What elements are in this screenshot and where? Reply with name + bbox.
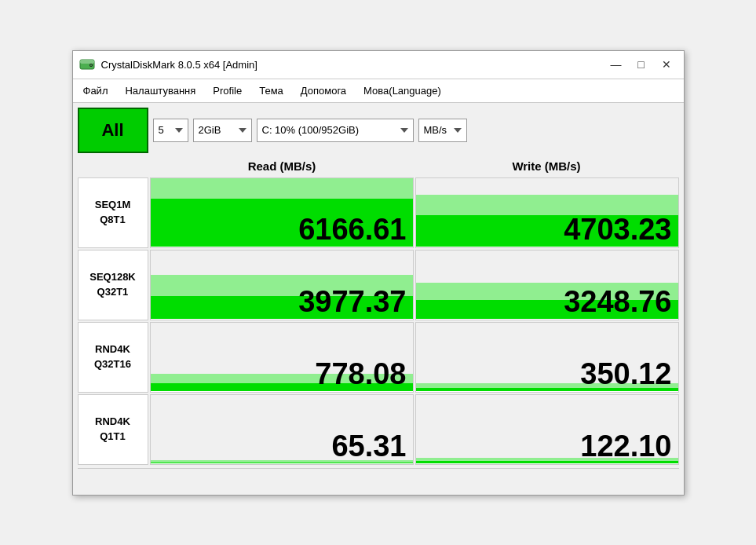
close-button[interactable]: ✕ <box>656 56 677 73</box>
unit-select[interactable]: MB/s GB/s IOPS μs <box>418 119 467 142</box>
app-icon <box>79 57 95 72</box>
row-label-rnd4k-q32t16: RND4KQ32T16 <box>78 322 148 393</box>
menu-language[interactable]: Мова(Language) <box>356 82 448 100</box>
count-select[interactable]: 5 1 3 10 <box>153 119 188 142</box>
read-cell-rnd4k-q1[interactable]: 65.31 <box>150 394 414 465</box>
status-bar <box>78 468 679 490</box>
controls-row: All 5 1 3 10 2GiB 512MiB 1GiB 4GiB C: 10… <box>78 108 679 153</box>
write-value-seq128k: 3248.76 <box>564 287 671 316</box>
write-cell-seq1m[interactable]: 4703.23 <box>415 177 679 248</box>
table-row: SEQ1MQ8T1 6166.61 4703.23 <box>78 177 679 248</box>
read-value-seq128k: 3977.37 <box>298 287 406 316</box>
table-row: RND4KQ1T1 65.31 122.10 <box>78 394 679 465</box>
write-cell-rnd4k-q32[interactable]: 350.12 <box>415 322 679 393</box>
results-table: SEQ1MQ8T1 6166.61 4703.23 <box>78 177 679 465</box>
read-header: Read (MB/s) <box>150 156 415 176</box>
menu-profile[interactable]: Profile <box>206 82 249 100</box>
minimize-button[interactable]: — <box>605 56 627 73</box>
write-value-seq1m: 4703.23 <box>564 214 671 244</box>
read-value-rnd4k-q32: 778.08 <box>315 359 406 389</box>
read-value-rnd4k-q1: 65.31 <box>331 431 406 461</box>
header-spacer <box>78 156 150 176</box>
menu-bar: Файл Налаштування Profile Тема Допомога … <box>73 79 684 103</box>
table-row: SEQ128KQ32T1 3977.37 3 <box>78 250 679 320</box>
title-bar: CrystalDiskMark 8.0.5 x64 [Admin] — □ ✕ <box>73 51 684 79</box>
size-select[interactable]: 2GiB 512MiB 1GiB 4GiB <box>193 119 252 142</box>
menu-theme[interactable]: Тема <box>252 82 290 100</box>
app-window: CrystalDiskMark 8.0.5 x64 [Admin] — □ ✕ … <box>72 50 685 496</box>
read-cell-seq128k[interactable]: 3977.37 <box>150 250 414 320</box>
write-cell-rnd4k-q1[interactable]: 122.10 <box>415 394 679 465</box>
write-value-rnd4k-q32: 350.12 <box>580 359 671 389</box>
row-label-text: RND4KQ32T16 <box>94 342 131 371</box>
svg-rect-1 <box>80 60 94 64</box>
read-cell-rnd4k-q32[interactable]: 778.08 <box>150 322 414 393</box>
menu-help[interactable]: Допомога <box>294 82 353 100</box>
read-cell-seq1m[interactable]: 6166.61 <box>150 177 414 248</box>
all-button[interactable]: All <box>78 108 148 153</box>
maximize-button[interactable]: □ <box>630 56 652 73</box>
row-label-text: SEQ1MQ8T1 <box>95 198 131 226</box>
svg-point-3 <box>90 64 92 66</box>
column-headers: Read (MB/s) Write (MB/s) <box>78 156 679 176</box>
title-bar-left: CrystalDiskMark 8.0.5 x64 [Admin] <box>79 57 257 72</box>
write-cell-seq128k[interactable]: 3248.76 <box>415 250 679 320</box>
row-label-seq128k: SEQ128KQ32T1 <box>78 250 148 320</box>
row-label-text: SEQ128KQ32T1 <box>89 270 136 298</box>
menu-file[interactable]: Файл <box>76 82 115 100</box>
write-value-rnd4k-q1: 122.10 <box>580 431 671 461</box>
read-value-seq1m: 6166.61 <box>298 214 406 244</box>
window-title: CrystalDiskMark 8.0.5 x64 [Admin] <box>101 59 257 71</box>
write-header: Write (MB/s) <box>415 156 679 176</box>
table-row: RND4KQ32T16 778.08 350 <box>78 322 679 393</box>
main-content: All 5 1 3 10 2GiB 512MiB 1GiB 4GiB C: 10… <box>73 103 684 495</box>
row-label-rnd4k-q1t1: RND4KQ1T1 <box>78 394 148 465</box>
menu-settings[interactable]: Налаштування <box>118 82 203 100</box>
row-label-text: RND4KQ1T1 <box>95 415 130 443</box>
row-label-seq1m: SEQ1MQ8T1 <box>78 177 148 248</box>
drive-select[interactable]: C: 10% (100/952GiB) <box>257 119 414 142</box>
window-controls: — □ ✕ <box>605 56 677 73</box>
